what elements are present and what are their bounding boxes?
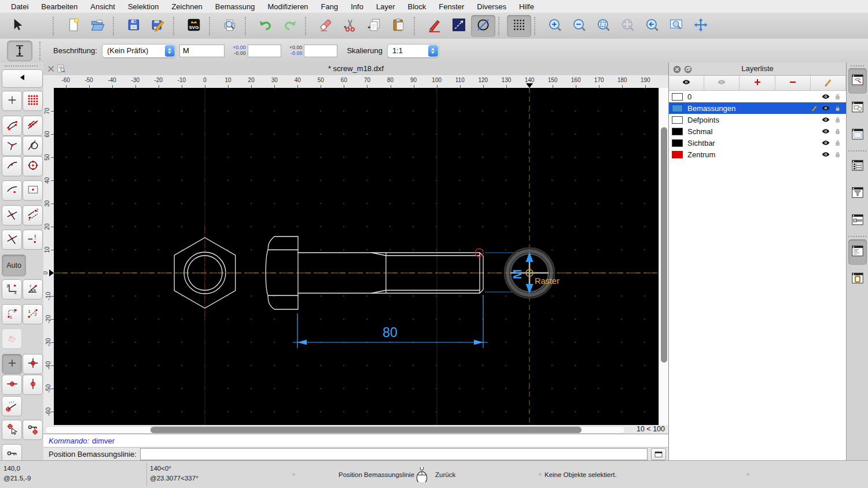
command-window-toggle-button[interactable] <box>651 448 666 460</box>
layer-row[interactable]: Zentrum <box>669 149 846 160</box>
selection-arrow-button[interactable] <box>5 15 29 37</box>
block-list-panel-toggle-button[interactable] <box>848 95 867 121</box>
menu-layer[interactable]: Layer <box>370 2 402 11</box>
menu-selektion[interactable]: Selektion <box>122 2 165 11</box>
menu-modifizieren[interactable]: Modifizieren <box>262 2 315 11</box>
zoom-auto-button[interactable] <box>591 15 616 37</box>
horizontal-scrollbar[interactable] <box>45 426 625 434</box>
snap-center-button[interactable] <box>23 156 43 176</box>
snap-auto-button[interactable]: Auto <box>2 254 26 276</box>
coord-cartesian-button[interactable]: yx <box>2 279 22 300</box>
vertical-scrollbar[interactable] <box>659 88 669 425</box>
snap-endpoints-button[interactable] <box>2 116 22 136</box>
snap-grid-button[interactable] <box>23 91 43 111</box>
layer-lock-icon[interactable] <box>832 116 843 124</box>
layer-row[interactable]: Schmal <box>669 125 846 137</box>
menu-datei[interactable]: Datei <box>5 2 35 11</box>
layer-row[interactable]: Sichtbar <box>669 137 846 149</box>
undo-button[interactable] <box>253 15 278 37</box>
redo-button[interactable] <box>278 15 302 37</box>
layer-color-swatch[interactable] <box>672 151 683 158</box>
dimension-vertical-tool-button[interactable] <box>7 40 32 61</box>
snap-perpendicular-button[interactable] <box>2 136 22 156</box>
save-button[interactable] <box>122 15 146 37</box>
layer-visibility-icon[interactable] <box>820 92 832 101</box>
layer-color-swatch[interactable] <box>672 105 683 112</box>
command-input[interactable] <box>140 448 648 460</box>
entity-snap-button[interactable] <box>2 328 22 349</box>
snap-on-entity-button[interactable] <box>23 116 43 136</box>
snap-back-button[interactable] <box>2 69 43 88</box>
layer-row[interactable]: 0 <box>669 91 846 102</box>
line-tool-button[interactable] <box>447 15 471 37</box>
menu-zeichnen[interactable]: Zeichnen <box>165 2 208 11</box>
layer-color-swatch[interactable] <box>672 139 683 147</box>
hide-all-layers-button[interactable] <box>704 76 740 90</box>
selection-list-panel-toggle-button[interactable] <box>848 154 867 179</box>
layer-visibility-icon[interactable] <box>820 138 832 147</box>
restrict-horizontal-button[interactable] <box>2 375 22 395</box>
menu-fang[interactable]: Fang <box>315 2 345 11</box>
zoom-out-button[interactable] <box>567 15 591 37</box>
layer-lock-icon[interactable] <box>832 104 843 113</box>
menu-block[interactable]: Block <box>401 2 432 11</box>
snap-reference-button[interactable] <box>23 180 43 201</box>
layer-color-swatch[interactable] <box>672 93 683 101</box>
restrict-angle-button[interactable] <box>2 396 22 416</box>
coord-polar-button[interactable]: ra <box>23 279 43 300</box>
new-file-button[interactable] <box>61 15 86 37</box>
snap-free-button[interactable] <box>2 91 22 111</box>
snap-distance-button[interactable] <box>2 180 22 201</box>
command-line-panel-toggle-button[interactable] <box>848 239 867 265</box>
grid-toggle-button[interactable] <box>507 15 531 37</box>
remove-layer-button[interactable] <box>775 76 811 90</box>
draw-pencil-button[interactable] <box>422 15 447 37</box>
snap-intersection-button[interactable] <box>2 205 22 225</box>
svg-export-button[interactable]: SVG <box>182 15 206 37</box>
layer-row[interactable]: Defpoints <box>669 114 846 125</box>
snap-cross-button[interactable] <box>2 230 22 250</box>
add-layer-button[interactable] <box>740 76 775 90</box>
layer-visibility-icon[interactable] <box>820 115 832 124</box>
menu-bemassung[interactable]: Bemassung <box>209 2 262 11</box>
snap-intersection-manual-button[interactable]: 12 <box>23 205 43 225</box>
cad-canvas[interactable]: 80 M Raster <box>54 88 659 425</box>
layer-visibility-icon[interactable] <box>820 150 832 159</box>
coord-rel-cartesian-button[interactable]: 12 <box>2 304 22 324</box>
tolerance-lower-input[interactable] <box>304 45 337 57</box>
layer-lock-icon[interactable] <box>832 150 843 159</box>
snap-exclude-button[interactable]: ! <box>23 230 43 250</box>
copy-button[interactable] <box>362 15 387 37</box>
zoom-selection-button[interactable] <box>616 15 640 37</box>
layer-color-swatch[interactable] <box>672 116 683 124</box>
layer-row[interactable]: Bemassungen <box>669 102 846 114</box>
save-as-button[interactable] <box>146 15 170 37</box>
restrict-vertical-button[interactable] <box>23 375 43 395</box>
coord-rel-polar-button[interactable]: 12 <box>23 304 43 324</box>
menu-diverses[interactable]: Diverses <box>470 2 513 11</box>
horizontal-scrollbar-thumb[interactable] <box>150 427 582 433</box>
layer-lock-icon[interactable] <box>832 93 843 101</box>
cut-button[interactable] <box>338 15 362 37</box>
open-file-button[interactable] <box>86 15 110 37</box>
layer-visibility-icon[interactable] <box>820 127 832 136</box>
snap-tangent-button[interactable] <box>23 136 43 156</box>
prefix-select[interactable]: (Kein Präfix) <box>102 44 176 58</box>
circle-tool-button[interactable] <box>471 15 495 37</box>
vertical-scrollbar-thumb[interactable] <box>661 127 667 363</box>
print-preview-button[interactable] <box>218 15 242 37</box>
property-editor-panel-toggle-button[interactable] <box>848 123 867 148</box>
menu-bearbeiten[interactable]: Bearbeiten <box>35 2 84 11</box>
lock-relative-zero-button[interactable] <box>23 420 43 440</box>
library-browser-panel-toggle-button[interactable] <box>848 208 867 234</box>
restrict-orthogonal-button[interactable] <box>23 354 43 374</box>
eraser-button[interactable] <box>314 15 338 37</box>
set-relative-zero-button[interactable] <box>2 420 22 440</box>
pan-button[interactable] <box>689 15 713 37</box>
zoom-previous-button[interactable] <box>640 15 664 37</box>
layer-lock-icon[interactable] <box>832 127 843 136</box>
snap-middle-button[interactable] <box>2 156 22 176</box>
selection-filter-panel-toggle-button[interactable] <box>848 181 867 206</box>
layer-color-swatch[interactable] <box>672 128 683 135</box>
layer-lock-icon[interactable] <box>832 139 843 147</box>
